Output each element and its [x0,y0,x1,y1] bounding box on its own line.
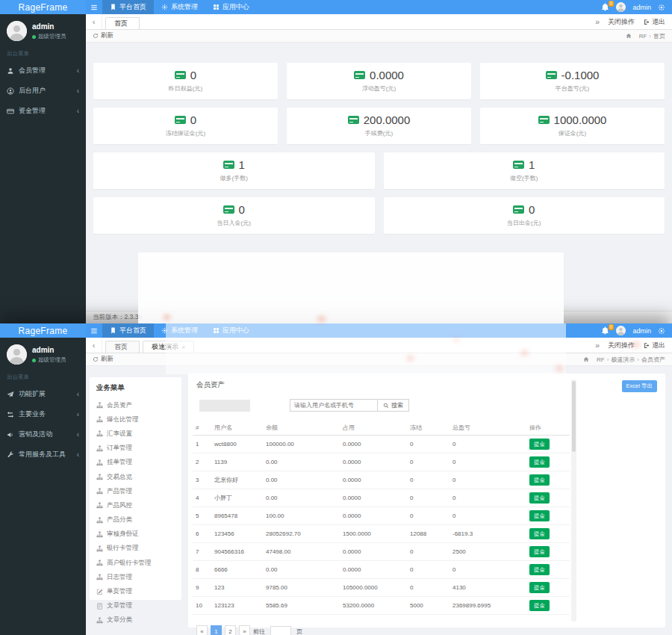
avatar[interactable] [616,326,626,335]
withdraw-button[interactable]: 提金 [529,528,550,539]
breadcrumb-item[interactable]: RF [639,33,647,40]
column-header[interactable]: 用户名 [211,421,263,436]
business-menu-item[interactable]: 汇率设置 [96,427,175,441]
cell-used: 0.0000 [340,543,407,561]
breadcrumb-item[interactable]: 极速演示 [611,356,635,364]
column-header[interactable]: # [193,421,211,436]
breadcrumb-item[interactable]: RF [597,356,605,363]
sidebar-menu-item[interactable]: 主要业务 ‹ [0,404,86,424]
business-menu-item[interactable]: 文章管理 [96,599,175,613]
withdraw-button[interactable]: 提金 [529,474,550,486]
credit-card-icon [354,71,365,79]
withdraw-button[interactable]: 提金 [529,456,550,468]
sidebar-menu-item[interactable]: 常用服务及工具 ‹ [0,444,86,465]
business-menu-item[interactable]: 文章分类 [96,613,175,628]
goto-page-input[interactable] [270,626,291,635]
column-header[interactable]: 占用 [340,421,407,436]
withdraw-button[interactable]: 提金 [529,600,550,611]
sidebar-toggle-button[interactable] [86,0,102,14]
brand-logo[interactable]: RageFrame [0,323,86,338]
chevron-left-icon: ‹ [77,87,79,94]
business-menu-item[interactable]: 交易总览 [96,470,175,484]
search-input[interactable] [290,399,378,412]
avatar[interactable] [7,21,27,41]
cell-username: 1139 [211,453,263,471]
tabs-scroll-right-button[interactable]: » [595,17,600,26]
sidebar-menu-item-label: 会员管理 [19,66,46,75]
settings-button[interactable] [658,4,665,11]
bookmark-icon [110,4,116,10]
nav-menu-item[interactable]: 平台首页 [102,0,154,14]
column-header[interactable]: 操作 [526,421,570,436]
nav-menu-item[interactable]: 平台首页 [102,323,154,338]
notifications-button[interactable]: 0 [601,326,609,335]
filter-input[interactable] [199,400,250,412]
business-menu-item[interactable]: 产品风控 [96,498,175,512]
withdraw-button[interactable]: 提金 [529,439,550,450]
nav-menu-item-label: 平台首页 [119,326,146,335]
sidebar-menu-item[interactable]: 后台用户 ‹ [0,81,86,101]
cell-used: 1500.0000 [340,525,407,543]
navbar-username[interactable]: admin [632,4,651,11]
withdraw-button[interactable]: 提金 [529,510,550,521]
sidebar-menu-item[interactable]: 功能扩展 ‹ [0,384,86,404]
tabs-scroll-left-button[interactable]: ‹ [86,338,102,353]
withdraw-button[interactable]: 提金 [529,564,550,575]
prev-page-button[interactable]: « [196,625,208,635]
page-number-button[interactable]: 2 [225,625,236,635]
withdraw-button[interactable]: 提金 [529,582,550,593]
column-header[interactable]: 总盈亏 [449,421,526,436]
scrollbar-thumb[interactable] [572,381,576,452]
cell-username: 6666 [211,561,263,579]
breadcrumb-item[interactable]: 首页 [653,32,665,40]
cell-username: wct8800 [211,436,263,453]
business-menu-item[interactable]: 单页管理 [96,584,175,598]
withdraw-button[interactable]: 提金 [529,546,550,557]
tabs-scroll-left-button[interactable]: ‹ [86,14,102,29]
refresh-button[interactable]: 刷新 [93,31,113,40]
page-tab[interactable]: 首页 [105,17,140,29]
notifications-button[interactable]: 0 [601,3,609,11]
sidebar-menu-item[interactable]: 营销及活动 ‹ [0,424,86,444]
column-header[interactable]: 冻结 [407,421,449,436]
nav-menu-item[interactable]: 系统管理 [154,0,205,14]
logout-button[interactable]: 退出 [643,17,665,27]
avatar[interactable] [616,2,626,12]
business-menu-item[interactable]: 会员资产 [96,398,175,412]
business-menu-item[interactable]: 银行卡管理 [96,542,175,556]
bullhorn-icon [7,431,14,439]
cell-used: 0.0000 [340,561,407,579]
excel-export-button[interactable]: Excel 导出 [622,380,657,392]
logout-button[interactable]: 退出 [643,341,665,350]
sidebar-menu-item[interactable]: 会员管理 ‹ [0,61,86,81]
nav-menu-item[interactable]: 应用中心 [205,0,257,14]
business-menu-item[interactable]: 产品管理 [96,484,175,498]
business-menu-item[interactable]: 产品分类 [96,513,175,527]
business-menu-item-label: 审核身份证 [107,530,139,539]
panel-scrollbar[interactable] [571,380,576,622]
table-row: 8 6666 0.00 0.0000 0 0 提金 [193,561,570,579]
tabs-scroll-right-button[interactable]: » [595,341,600,350]
settings-button[interactable] [658,327,665,335]
business-menu-item[interactable]: 爆仓比管理 [96,412,175,427]
sidebar-toggle-button[interactable] [86,323,102,338]
business-menu-item[interactable]: 商户银行卡管理 [96,556,175,570]
next-page-button[interactable]: » [239,625,250,635]
column-header[interactable]: 余额 [263,421,340,436]
breadcrumb-item[interactable]: 会员资产 [641,356,665,364]
page-number-button[interactable]: 1 [211,625,222,635]
business-menu-item[interactable]: 审核身份证 [96,527,175,542]
business-menu-item[interactable]: 日志管理 [96,570,175,584]
business-menu-item[interactable]: 订单管理 [96,442,175,456]
withdraw-button[interactable]: 提金 [529,492,550,504]
navbar-username[interactable]: admin [632,327,651,335]
sidebar-menu-item[interactable]: 资金管理 ‹ [0,101,86,121]
search-button[interactable]: 搜索 [378,399,409,412]
business-menu-item[interactable]: 挂单管理 [96,456,175,470]
refresh-button[interactable]: 刷新 [93,355,113,364]
close-operations-button[interactable]: 关闭操作 [608,17,635,27]
menu-icon [90,4,98,11]
brand-logo[interactable]: RageFrame [0,0,86,14]
avatar[interactable] [7,344,27,365]
page-tab[interactable]: 首页 [105,341,140,353]
